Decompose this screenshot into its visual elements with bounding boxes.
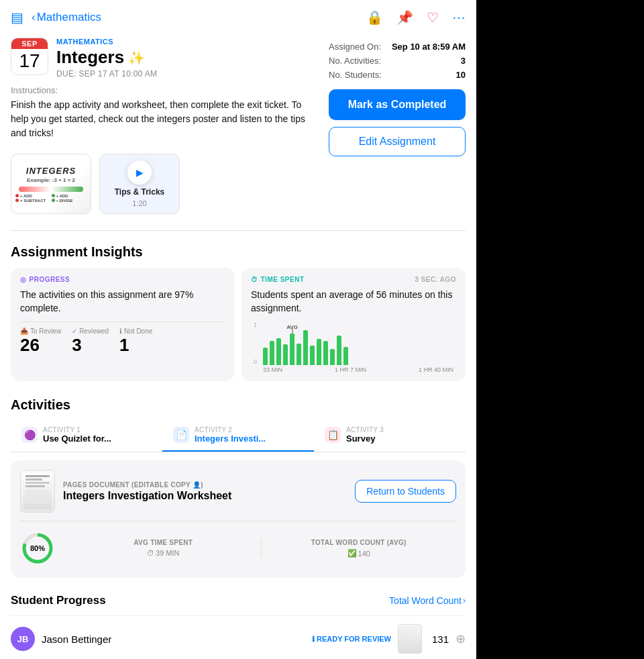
clock-icon: ⏱ xyxy=(251,276,258,283)
assignment-header-left: SEP 17 MATHEMATICS Integers ✨ DUE: SEP 1… xyxy=(0,31,318,225)
file-thumbnail xyxy=(20,470,55,513)
bar-4 xyxy=(283,344,288,365)
nav-back-label: Mathematics xyxy=(37,11,101,24)
instructions-text: Finish the app activity and worksheet, t… xyxy=(11,98,307,140)
progress-icon: ◎ xyxy=(20,276,27,283)
activity-2-name: Integers Investi... xyxy=(195,434,266,444)
status-icon-1: ℹ xyxy=(312,635,315,644)
student-name-1: Jason Bettinger xyxy=(42,633,305,645)
bar-9 xyxy=(317,339,321,365)
play-button[interactable]: ▶ xyxy=(127,160,152,185)
lock-icon[interactable]: 🔒 xyxy=(366,9,383,26)
nav-back-button[interactable]: ‹ Mathematics xyxy=(32,11,101,24)
instructions-section: Instructions: Finish the app activity an… xyxy=(0,85,318,148)
more-icon[interactable]: ⋯ xyxy=(452,9,466,26)
bar-2 xyxy=(270,341,274,365)
assignment-name: Integers xyxy=(56,47,124,68)
activities-section: Activities 🟣 ACTIVITY 1 Use Quizlet for.… xyxy=(0,389,476,586)
chart-y1: 1 xyxy=(254,321,257,328)
to-review-label: 📥 To Review xyxy=(20,327,61,335)
bar-6 xyxy=(297,344,301,366)
ring-label: 80% xyxy=(30,544,45,552)
activity-2-info: ACTIVITY 2 Integers Investi... xyxy=(195,426,266,444)
total-word-count-link[interactable]: Total Word Count › xyxy=(389,595,466,606)
word-count-value: ✅ 140 xyxy=(347,549,370,558)
return-to-students-button[interactable]: Return to Students xyxy=(355,480,456,503)
student-row-1: JB Jason Bettinger ℹ READY FOR REVIEW 13… xyxy=(11,615,466,659)
activity-3-name: Survey xyxy=(346,434,384,444)
activity-tab-3[interactable]: 📋 ACTIVITY 3 Survey xyxy=(314,421,466,452)
chevron-right-icon: › xyxy=(463,596,466,605)
assigned-on-row: Assigned On: Sep 10 at 8:59 AM xyxy=(329,42,466,52)
activity-1-info: ACTIVITY 1 Use Quizlet for... xyxy=(43,426,111,444)
tips-label: Tips & Tricks xyxy=(115,187,164,197)
edit-assignment-button[interactable]: Edit Assignment xyxy=(329,127,466,156)
not-done-value: 1 xyxy=(119,336,152,354)
poster-ops: + ADD + ADD × SUBTRACT ÷ DIVIDE xyxy=(15,194,87,203)
calendar-month: SEP xyxy=(11,38,48,49)
bar-1 xyxy=(263,348,268,365)
bar-10 xyxy=(323,341,328,365)
progress-row: 80% AVG TIME SPENT ⏱ 39 MIN TOTAL WORD C… xyxy=(20,521,456,568)
activity-2-num: ACTIVITY 2 xyxy=(195,426,266,434)
pin-icon[interactable]: 📌 xyxy=(396,9,413,26)
bar-8 xyxy=(310,346,315,365)
bar-5-avg: AVG xyxy=(290,334,294,365)
avg-time-block: AVG TIME SPENT ⏱ 39 MIN xyxy=(66,539,261,558)
activity-1-icon: 🟣 xyxy=(21,427,38,443)
assignment-title-area: MATHEMATICS Integers ✨ DUE: SEP 17 AT 10… xyxy=(56,38,307,79)
student-progress-header: Student Progress Total Word Count › xyxy=(11,594,466,607)
assigned-on-label: Assigned On: xyxy=(329,42,381,52)
activity-3-num: ACTIVITY 3 xyxy=(346,426,384,434)
assignment-subject: MATHEMATICS xyxy=(56,38,307,46)
integers-poster-attachment[interactable]: INTEGERS Example: -3 + 1 = 2 + ADD + ADD… xyxy=(11,154,91,214)
time-chart-container: 1 0 AVG xyxy=(251,321,456,373)
activity-tab-1[interactable]: 🟣 ACTIVITY 1 Use Quizlet for... xyxy=(11,421,162,452)
stats-group: AVG TIME SPENT ⏱ 39 MIN TOTAL WORD COUNT… xyxy=(66,539,456,558)
section-divider-1 xyxy=(11,230,466,231)
activity-file-row: PAGES DOCUMENT (EDITABLE COPY 👤) Integer… xyxy=(20,470,456,513)
reviewed-value: 3 xyxy=(72,336,109,354)
chart-x-labels: 33 MIN 1 HR 7 MIN 1 HR 40 MIN xyxy=(251,365,456,373)
heart-icon[interactable]: ♡ xyxy=(427,9,439,26)
assigned-on-value: Sep 10 at 8:59 AM xyxy=(392,42,466,52)
nav-bar: ▤ ‹ Mathematics 🔒 📌 ♡ ⋯ xyxy=(0,0,476,31)
tips-tricks-attachment[interactable]: ▶ Tips & Tricks 1:20 xyxy=(99,154,180,214)
mark-completed-button[interactable]: Mark as Completed xyxy=(329,89,466,120)
activities-title: Activities xyxy=(11,397,466,413)
time-spent-text: Students spent an average of 56 minutes … xyxy=(251,289,456,315)
time-ago: 3 sec. ago xyxy=(415,276,456,283)
progress-card-text: The activities on this assignment are 97… xyxy=(20,289,225,315)
activity-tab-2[interactable]: 📄 ACTIVITY 2 Integers Investi... xyxy=(162,421,314,452)
assignment-due: DUE: SEP 17 AT 10:00 AM xyxy=(56,69,307,79)
activity-3-icon: 📋 xyxy=(325,427,341,443)
assignment-header-right: Assigned On: Sep 10 at 8:59 AM No. Activ… xyxy=(318,31,476,225)
to-review-value: 26 xyxy=(20,336,61,354)
bar-11 xyxy=(330,349,335,366)
no-activities-row: No. Activities: 3 xyxy=(329,56,466,66)
no-activities-label: No. Activities: xyxy=(329,56,381,66)
poster-subtitle: Example: -3 + 1 = 2 xyxy=(27,177,75,183)
insights-cards: ◎ PROGRESS The activities on this assign… xyxy=(11,268,466,381)
sidebar-icon[interactable]: ▤ xyxy=(11,9,23,26)
time-chart: 1 0 AVG xyxy=(251,321,456,365)
assignment-info: SEP 17 MATHEMATICS Integers ✨ DUE: SEP 1… xyxy=(0,31,318,85)
assignment-header-area: SEP 17 MATHEMATICS Integers ✨ DUE: SEP 1… xyxy=(0,31,476,225)
word-count-label: TOTAL WORD COUNT (AVG) xyxy=(311,539,407,546)
student-more-1[interactable]: ⊕ xyxy=(455,631,466,646)
student-status-1: ℹ READY FOR REVIEW xyxy=(312,635,391,644)
progress-stats: 📥 To Review 26 ✓ Reviewed 3 xyxy=(20,321,225,354)
chart-label-2: 1 HR 7 MIN xyxy=(335,366,366,373)
time-spent-card: ⏱ TIME SPENT 3 sec. ago Students spent a… xyxy=(241,268,466,381)
activity-2-icon: 📄 xyxy=(173,427,189,443)
attachments-row: INTEGERS Example: -3 + 1 = 2 + ADD + ADD… xyxy=(0,148,318,225)
student-doc-thumb-1[interactable] xyxy=(398,624,422,654)
file-info: PAGES DOCUMENT (EDITABLE COPY 👤) Integer… xyxy=(63,481,347,502)
bar-13 xyxy=(343,347,348,365)
no-students-value: 10 xyxy=(456,70,466,80)
avatar-jb: JB xyxy=(11,627,35,651)
chevron-left-icon: ‹ xyxy=(32,11,36,24)
inbox-icon: 📥 xyxy=(20,327,28,335)
assignment-name-row: Integers ✨ xyxy=(56,47,307,68)
poster-ruler xyxy=(19,187,83,192)
